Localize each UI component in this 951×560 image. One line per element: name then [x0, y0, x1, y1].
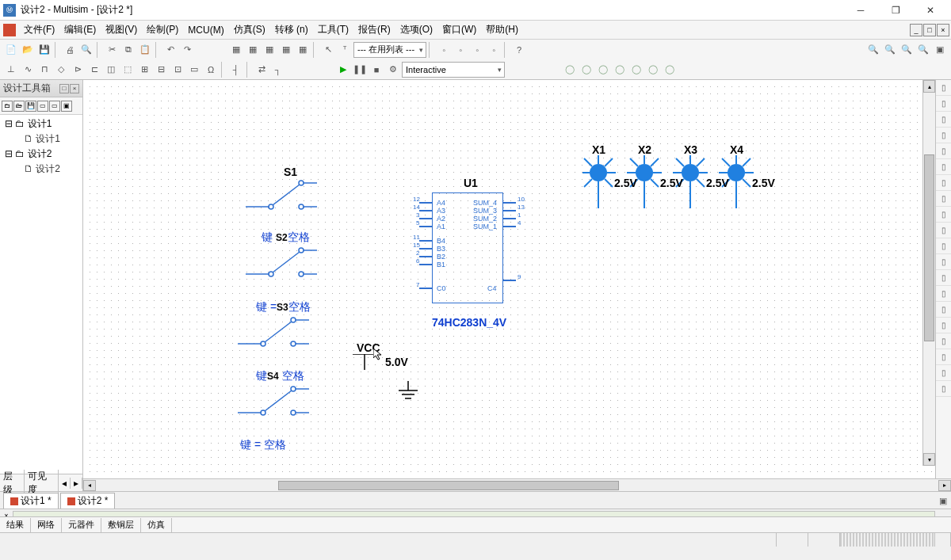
rtool9[interactable]: ▯ — [936, 207, 951, 223]
place3-icon[interactable]: ┐ — [270, 62, 286, 78]
stop-button[interactable]: ■ — [369, 62, 384, 78]
rtool19[interactable]: ▯ — [936, 365, 951, 381]
rtool13[interactable]: ▯ — [936, 270, 951, 286]
maximize-button[interactable]: ❐ — [878, 0, 913, 21]
menu-report[interactable]: 报告(R) — [353, 21, 395, 39]
menu-edit[interactable]: 编辑(E) — [59, 21, 101, 39]
probe4-icon[interactable]: ◦ — [486, 42, 502, 58]
rtool2[interactable]: ▯ — [936, 96, 951, 112]
sb-tab-right[interactable]: ▸ — [71, 478, 82, 489]
minimize-button[interactable]: ─ — [843, 0, 878, 21]
rtool5[interactable]: ▯ — [936, 143, 951, 159]
rtool10[interactable]: ▯ — [936, 223, 951, 238]
comp12-icon[interactable]: ▭ — [186, 62, 202, 78]
sb-tool5[interactable]: ▭ — [49, 101, 60, 112]
menu-view[interactable]: 视图(V) — [101, 21, 142, 39]
cut-button[interactable]: ✂ — [104, 42, 120, 58]
inst3-icon[interactable]: ◯ — [595, 62, 611, 78]
sb-tool1[interactable]: 🗀 — [2, 101, 13, 112]
mdi-max[interactable]: □ — [923, 24, 936, 36]
probe1-icon[interactable]: ◦ — [436, 42, 452, 58]
comp6-icon[interactable]: ⊏ — [86, 62, 102, 78]
rtool4[interactable]: ▯ — [936, 128, 951, 143]
switch-s4[interactable] — [238, 381, 309, 421]
comp10-icon[interactable]: ⊟ — [153, 62, 169, 78]
menu-tools[interactable]: 工具(T) — [313, 21, 353, 39]
pin-icon[interactable]: □ — [59, 84, 69, 93]
ground[interactable] — [396, 381, 420, 407]
zoomwin-icon[interactable]: 🔍 — [915, 42, 931, 58]
horizontal-scrollbar[interactable]: ◂ ▸ — [83, 478, 951, 491]
sim-icon[interactable]: ⚙ — [385, 62, 401, 78]
menu-transfer[interactable]: 转移 (n) — [270, 21, 313, 39]
inst7-icon[interactable]: ◯ — [662, 62, 678, 78]
comp11-icon[interactable]: ⊡ — [170, 62, 185, 78]
grid2-icon[interactable]: ▦ — [245, 42, 261, 58]
scroll-left[interactable]: ◂ — [83, 480, 96, 491]
grid1-icon[interactable]: ▦ — [228, 42, 244, 58]
tree-design1[interactable]: ⊟ 🗀 设计1 — [2, 116, 81, 131]
rtool16[interactable]: ▯ — [936, 318, 951, 333]
rtool17[interactable]: ▯ — [936, 333, 951, 349]
rtool11[interactable]: ▯ — [936, 238, 951, 254]
text-icon[interactable]: ᵀ — [337, 42, 353, 58]
zoomout-icon[interactable]: 🔍 — [882, 42, 898, 58]
mdi-close[interactable]: × — [937, 24, 949, 36]
rtool18[interactable]: ▯ — [936, 349, 951, 365]
comp4-icon[interactable]: ◇ — [53, 62, 69, 78]
rtool12[interactable]: ▯ — [936, 254, 951, 270]
tab-design2[interactable]: 设计2 * — [60, 493, 116, 509]
menu-window[interactable]: 窗口(W) — [437, 21, 481, 39]
inst6-icon[interactable]: ◯ — [645, 62, 661, 78]
close-button[interactable]: ✕ — [913, 0, 948, 21]
scroll-thumb-v[interactable] — [924, 154, 934, 341]
comp5-icon[interactable]: ⊳ — [70, 62, 86, 78]
sb-tool2[interactable]: 🗁 — [13, 101, 25, 112]
comp3-icon[interactable]: ⊓ — [36, 62, 52, 78]
probe3-icon[interactable]: ◦ — [469, 42, 485, 58]
scroll-down[interactable]: ▾ — [923, 453, 935, 466]
rtool6[interactable]: ▯ — [936, 159, 951, 175]
comp7-icon[interactable]: ◫ — [103, 62, 119, 78]
menu-help[interactable]: 帮助(H) — [481, 21, 523, 39]
preview-button[interactable]: 🔍 — [78, 42, 94, 58]
comp9-icon[interactable]: ⊞ — [136, 62, 152, 78]
sb-tab-left[interactable]: ◂ — [59, 478, 71, 489]
grid4-icon[interactable]: ▦ — [278, 42, 294, 58]
help-icon[interactable]: ? — [511, 42, 527, 58]
comp2-icon[interactable]: ∿ — [20, 62, 36, 78]
comp8-icon[interactable]: ⬚ — [120, 62, 136, 78]
design-tree[interactable]: ⊟ 🗀 设计1 🗋 设计1 ⊟ 🗀 设计2 🗋 设计2 — [0, 115, 82, 474]
mdi-min[interactable]: _ — [910, 24, 922, 36]
switch-s1[interactable] — [246, 175, 317, 215]
sb-tool6[interactable]: ▣ — [61, 101, 72, 112]
scroll-thumb-h[interactable] — [278, 481, 619, 490]
inst1-icon[interactable]: ◯ — [562, 62, 578, 78]
rtool3[interactable]: ▯ — [936, 112, 951, 128]
fullscreen-icon[interactable]: ▣ — [932, 42, 948, 58]
copy-button[interactable]: ⧉ — [120, 42, 136, 58]
inst5-icon[interactable]: ◯ — [628, 62, 644, 78]
comp1-icon[interactable]: ⊥ — [3, 62, 19, 78]
menu-mcu[interactable]: MCU(M) — [183, 21, 228, 39]
cursor-icon[interactable]: ↖ — [320, 42, 336, 58]
undo-button[interactable]: ↶ — [162, 42, 178, 58]
tree-design2[interactable]: ⊟ 🗀 设计2 — [2, 147, 81, 162]
rtool8[interactable]: ▯ — [936, 191, 951, 207]
btab-copper[interactable]: 敷铜层 — [101, 518, 141, 532]
label-u1[interactable]: U1 — [464, 177, 478, 189]
grid5-icon[interactable]: ▦ — [295, 42, 311, 58]
run-button[interactable]: ▶ — [335, 62, 351, 78]
menu-draw[interactable]: 绘制(P) — [142, 21, 183, 39]
tab-design1[interactable]: 设计1 * — [3, 493, 59, 509]
scroll-right[interactable]: ▸ — [938, 480, 951, 491]
switch-s2[interactable] — [246, 242, 317, 282]
zoomin-icon[interactable]: 🔍 — [865, 42, 881, 58]
vertical-scrollbar[interactable]: ▴ ▾ — [922, 80, 935, 466]
rtool1[interactable]: ▯ — [936, 80, 951, 96]
print-button[interactable]: 🖨 — [62, 42, 78, 58]
tree-design1-sheet[interactable]: 🗋 设计1 — [2, 131, 81, 147]
comp13-icon[interactable]: Ω — [203, 62, 219, 78]
rtool14[interactable]: ▯ — [936, 286, 951, 302]
btab-results[interactable]: 结果 — [0, 518, 31, 532]
